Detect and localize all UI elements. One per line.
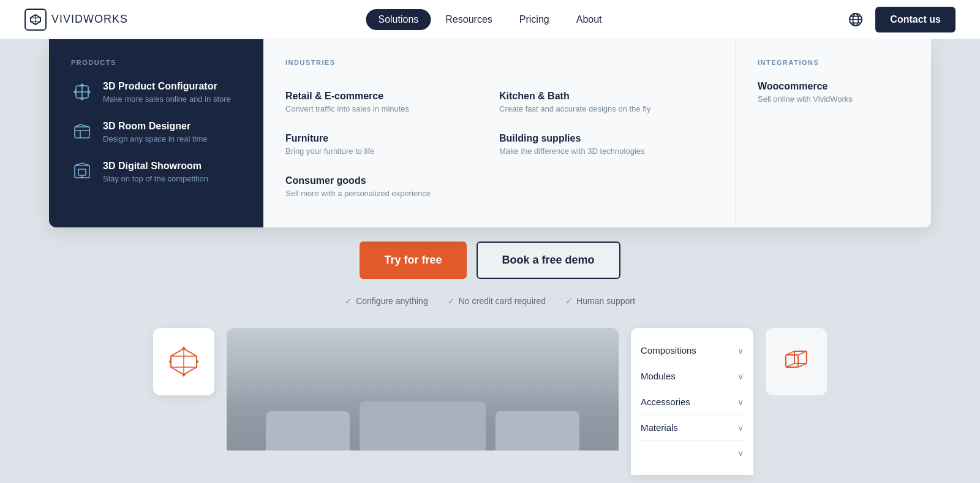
panel-materials[interactable]: Materials ∨ (641, 415, 744, 441)
svg-line-18 (184, 349, 197, 356)
dropdown-products-col: PRODUCTS 3D Product Configurator Make mo… (49, 39, 263, 227)
industry-kitchen-title: Kitchen & Bath (499, 91, 698, 102)
product-room-desc: Design any space in real time (103, 134, 208, 143)
industry-furniture-desc: Bring your furniture to life (285, 146, 484, 156)
configurator-icon (71, 81, 93, 103)
integration-woocommerce[interactable]: Woocommerce Sell online with VividWorks (758, 81, 909, 104)
product-item-room[interactable]: 3D Room Designer Design any space in rea… (71, 121, 241, 143)
svg-rect-20 (794, 351, 807, 363)
try-for-free-button[interactable]: Try for free (360, 242, 466, 279)
cta-features: ✓ Configure anything ✓ No credit card re… (345, 296, 635, 306)
product-configurator-info: 3D Product Configurator Make more sales … (103, 81, 231, 104)
check-icon-configure: ✓ (345, 296, 352, 306)
industry-building-title: Building supplies (499, 133, 698, 144)
product-showroom-desc: Stay on top of the competition (103, 174, 208, 183)
feature-no-credit: ✓ No credit card required (448, 296, 546, 306)
industry-retail-desc: Convert traffic into sales in minutes (285, 104, 484, 113)
chevron-compositions-icon: ∨ (737, 346, 744, 356)
cta-buttons: Try for free Book a free demo (360, 242, 620, 279)
industry-furniture[interactable]: Furniture Bring your furniture to life (285, 123, 499, 165)
panel-modules[interactable]: Modules ∨ (641, 363, 744, 389)
nav-solutions[interactable]: Solutions (366, 9, 431, 30)
navbar: VIVIDWORKS Solutions Resources Pricing A… (0, 0, 980, 39)
nav-pricing[interactable]: Pricing (507, 9, 562, 30)
check-icon-support: ✓ (565, 296, 573, 306)
bottom-preview: Compositions ∨ Modules ∨ Accessories ∨ M… (153, 328, 827, 475)
dropdown-menu: PRODUCTS 3D Product Configurator Make mo… (49, 39, 931, 227)
nav-resources[interactable]: Resources (433, 9, 504, 30)
industry-building[interactable]: Building supplies Make the difference wi… (499, 123, 713, 165)
industry-furniture-title: Furniture (285, 133, 484, 144)
product-configurator-desc: Make more sales online and in store (103, 94, 231, 104)
logo-text: VIVIDWORKS (51, 13, 128, 26)
integrations-col-label: INTEGRATIONS (758, 59, 909, 66)
feature-configure: ✓ Configure anything (345, 296, 428, 306)
contact-button[interactable]: Contact us (875, 7, 956, 32)
showroom-icon (71, 161, 93, 183)
product-room-title: 3D Room Designer (103, 121, 208, 132)
logo[interactable]: VIVIDWORKS (24, 9, 128, 31)
feature-support-label: Human support (576, 296, 635, 306)
svg-line-17 (171, 349, 184, 356)
3d-icon-card (766, 328, 827, 395)
check-icon-credit: ✓ (448, 296, 455, 306)
feature-no-credit-label: No credit card required (459, 296, 546, 306)
svg-rect-12 (78, 169, 86, 175)
feature-configure-label: Configure anything (356, 296, 428, 306)
room-icon (71, 121, 93, 143)
industries-col-label: INDUSTRIES (285, 59, 713, 66)
product-configurator-title: 3D Product Configurator (103, 81, 231, 92)
dropdown-industries-col: INDUSTRIES Retail & E-commerce Convert t… (263, 39, 735, 227)
nav-links: Solutions Resources Pricing About (366, 9, 614, 30)
integration-woo-desc: Sell online with VividWorks (758, 94, 909, 104)
industry-consumer[interactable]: Consumer goods Sell more with a personal… (285, 165, 499, 208)
industry-kitchen-desc: Create fast and accurate designs on the … (499, 104, 698, 113)
product-room-info: 3D Room Designer Design any space in rea… (103, 121, 208, 143)
industry-building-desc: Make the difference with 3D technologies (499, 146, 698, 156)
industry-kitchen[interactable]: Kitchen & Bath Create fast and accurate … (499, 81, 713, 123)
industry-retail[interactable]: Retail & E-commerce Convert traffic into… (285, 81, 499, 123)
dropdown-integrations-col: INTEGRATIONS Woocommerce Sell online wit… (735, 39, 931, 227)
product-item-showroom[interactable]: 3D Digital Showroom Stay on top of the c… (71, 161, 241, 183)
chevron-materials-icon: ∨ (737, 423, 744, 433)
panel-extra[interactable]: ∨ (641, 441, 744, 465)
panel-accessories-label: Accessories (641, 397, 690, 407)
nav-right: Contact us (846, 7, 956, 32)
panel-modules-label: Modules (641, 371, 676, 381)
logo-icon (24, 9, 47, 31)
product-showroom-info: 3D Digital Showroom Stay on top of the c… (103, 161, 208, 183)
panel-materials-label: Materials (641, 422, 678, 433)
industry-retail-title: Retail & E-commerce (285, 91, 484, 102)
panel-accessories[interactable]: Accessories ∨ (641, 389, 744, 415)
chevron-extra-icon: ∨ (737, 448, 744, 458)
book-demo-button[interactable]: Book a free demo (477, 242, 620, 279)
nav-about[interactable]: About (564, 9, 614, 30)
products-col-label: PRODUCTS (71, 59, 241, 66)
panel-compositions[interactable]: Compositions ∨ (641, 338, 744, 363)
industry-consumer-desc: Sell more with a personalized experience (285, 189, 484, 198)
industries-grid: Retail & E-commerce Convert traffic into… (285, 81, 713, 208)
sofa-preview (227, 328, 619, 451)
integration-woo-title: Woocommerce (758, 81, 909, 92)
globe-icon[interactable] (846, 10, 865, 29)
feature-support: ✓ Human support (565, 296, 635, 306)
product-item-configurator[interactable]: 3D Product Configurator Make more sales … (71, 81, 241, 104)
svg-rect-19 (786, 355, 798, 367)
panel-compositions-label: Compositions (641, 345, 696, 356)
industry-consumer-title: Consumer goods (285, 175, 484, 186)
chevron-modules-icon: ∨ (737, 371, 744, 381)
svg-rect-10 (75, 127, 89, 138)
chevron-accessories-icon: ∨ (737, 397, 744, 407)
configurator-sidebar-panel: Compositions ∨ Modules ∨ Accessories ∨ M… (631, 328, 753, 475)
product-showroom-title: 3D Digital Showroom (103, 161, 208, 172)
product-preview-card (153, 328, 214, 395)
